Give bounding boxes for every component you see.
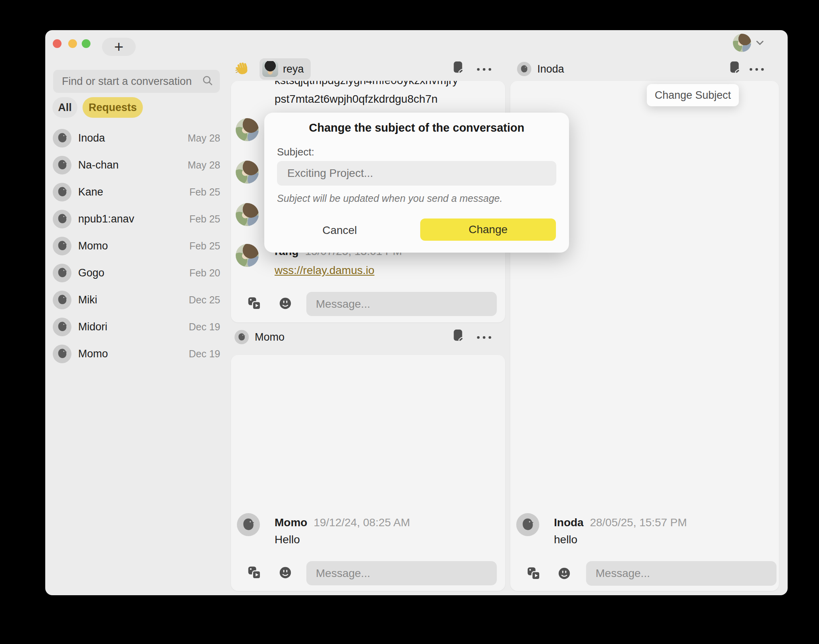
message-input[interactable] [306,292,497,316]
subject-input[interactable] [277,161,556,186]
avatar [517,62,531,76]
avatar [53,237,71,255]
relay-link[interactable]: wss://relay.damus.io [275,264,375,277]
dialog-title: Change the subject of the conversation [264,121,569,134]
conversation-name: Inoda [78,132,105,144]
change-button[interactable]: Change [420,218,556,241]
conversation-date: May 28 [188,159,220,171]
message-text: Hello [275,533,300,546]
change-subject-icon[interactable] [729,61,741,77]
conversation-name: Na-chan [78,159,119,171]
conversation-date: Feb 25 [189,240,220,252]
avatar [53,210,71,228]
attach-media-icon[interactable] [527,566,541,582]
zoom-window-button[interactable] [82,39,90,48]
emoji-picker-icon[interactable] [279,566,292,581]
conversation-row[interactable]: Inoda May 28 [53,125,223,151]
conversation-date: Dec 25 [189,294,220,306]
conversation-row[interactable]: Na-chan May 28 [53,151,223,178]
change-subject-icon[interactable] [452,329,464,345]
message-header: Momo 19/12/24, 08:25 AM [275,516,410,529]
avatar [236,118,259,141]
conversation-row[interactable]: Miki Dec 25 [53,286,223,313]
avatar [53,291,71,309]
reya-avatar [262,61,278,77]
filter-requests-button[interactable]: Requests [83,97,143,118]
cancel-button[interactable]: Cancel [308,219,371,242]
avatar [236,203,259,226]
conversation-name: Midori [78,321,108,333]
avatar [236,244,259,267]
conversation-row[interactable]: Midori Dec 19 [53,313,223,340]
conversation-name: Momo [78,348,108,360]
search-icon [202,75,213,88]
conversation-row[interactable]: Momo Dec 19 [53,340,223,367]
conversation-name: npub1:anav [78,213,134,225]
conversation-name: Miki [78,294,97,306]
conversation-row[interactable]: npub1:anav Feb 25 [53,205,223,232]
search-input[interactable] [61,75,202,88]
change-subject-tooltip: Change Subject [647,84,739,106]
message-timestamp: 19/12/24, 08:25 AM [313,516,410,529]
avatar [53,129,71,148]
avatar [237,513,260,536]
avatar [53,156,71,174]
more-options-icon[interactable] [749,66,765,73]
chevron-down-icon[interactable] [754,37,766,50]
message-input[interactable] [306,561,497,585]
attach-media-icon[interactable] [247,296,261,312]
emoji-picker-icon[interactable] [558,567,571,582]
filter-all-button[interactable]: All [52,97,77,118]
attach-media-icon[interactable] [247,565,261,581]
chat-panel-momo: Momo 19/12/24, 08:25 AM Hello [231,355,505,591]
message-header: Inoda 28/05/25, 15:57 PM [554,516,687,529]
conversation-name: Gogo [78,267,104,279]
sender-name: Momo [275,516,307,529]
new-tab-button[interactable]: + [102,38,136,56]
message-text: hello [554,533,577,546]
change-subject-dialog: Change the subject of the conversation S… [264,113,569,253]
plus-icon: + [114,38,123,56]
conversation-date: Feb 25 [189,213,220,225]
account-avatar[interactable] [733,34,751,52]
conversation-row[interactable]: Gogo Feb 20 [53,259,223,286]
conversation-name: Momo [78,240,108,252]
subject-helper-text: Subject will be updated when you send a … [277,193,502,204]
message-input[interactable] [586,561,777,586]
change-subject-icon[interactable] [452,61,464,77]
close-window-button[interactable] [53,39,62,48]
avatar [53,183,71,201]
npub-line: pst7mta2t6wpjh0qfzkdrdgu8ch7n [275,93,438,105]
screen: + All Requests Inoda May 28 Na-chan May … [0,0,819,644]
wave-emoji [235,61,250,78]
conversation-list: Inoda May 28 Na-chan May 28 Kane Feb 25 … [53,125,223,367]
conversation-date: Feb 25 [189,186,220,198]
subject-label: Subject: [277,146,314,158]
more-options-icon[interactable] [476,334,492,341]
conversation-name: Kane [78,186,103,198]
avatar [53,345,71,363]
avatar [235,330,249,344]
avatar [53,264,71,282]
more-options-icon[interactable] [476,66,492,73]
peer-chip-reya[interactable]: reya [260,58,311,80]
minimize-window-button[interactable] [68,39,77,48]
peer-name: reya [283,63,304,75]
conversation-row[interactable]: Kane Feb 25 [53,178,223,205]
conversation-row[interactable]: Momo Feb 25 [53,232,223,259]
conversation-date: May 28 [188,132,220,144]
chat-title: Inoda [537,63,564,75]
conversation-date: Dec 19 [189,321,220,333]
avatar [53,318,71,336]
npub-line-clipped: kstsqjqtmpdgzlygh4mfe0oykzxhvmjry [275,81,458,87]
search-bar [53,70,220,93]
avatar [516,513,539,536]
app-window: + All Requests Inoda May 28 Na-chan May … [45,30,788,595]
avatar [236,161,259,184]
conversation-date: Feb 20 [189,267,220,279]
message-timestamp: 28/05/25, 15:57 PM [590,516,687,529]
conversation-date: Dec 19 [189,348,220,360]
emoji-picker-icon[interactable] [279,297,292,312]
chat-title: Momo [255,331,285,343]
sender-name: Inoda [554,516,584,529]
